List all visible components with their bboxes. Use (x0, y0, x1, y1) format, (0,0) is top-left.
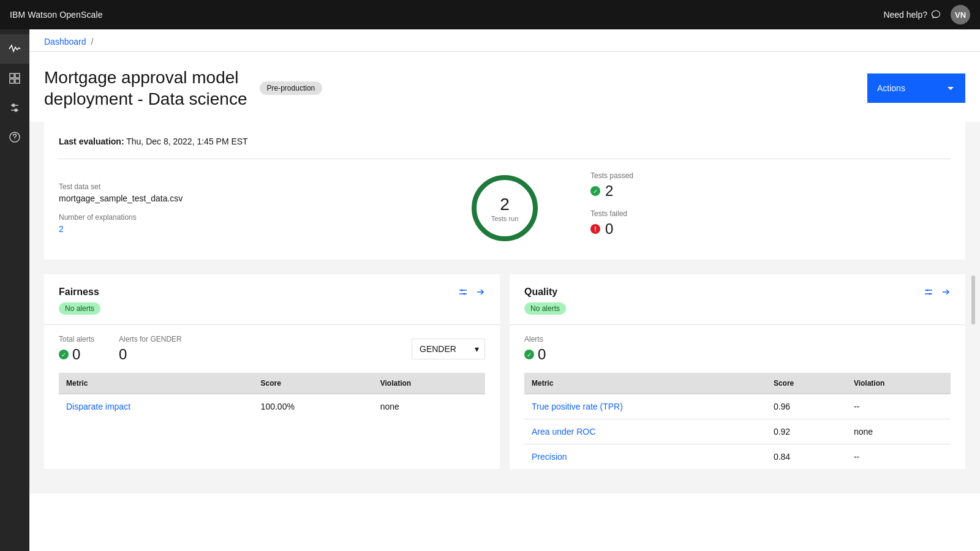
svg-point-9 (15, 140, 15, 140)
total-alerts-value: 0 (59, 346, 94, 363)
chat-icon (931, 10, 941, 20)
quality-violation-precision: -- (846, 444, 951, 470)
cards-row: Fairness (44, 274, 965, 469)
eval-right-section: Tests passed 2 Tests failed 0 (590, 171, 951, 245)
eval-stats-row: Test data set mortgage_sample_test_data.… (59, 171, 951, 245)
donut-chart: 2 Tests run (468, 171, 541, 245)
fairness-card-icons (458, 287, 485, 297)
fairness-col-metric: Metric (59, 373, 254, 394)
top-navigation: IBM Watson OpenScale Need help? VN (0, 0, 980, 29)
svg-point-7 (15, 109, 17, 111)
svg-rect-2 (10, 79, 14, 83)
fairness-col-score: Score (254, 373, 373, 394)
quality-metric-tpr[interactable]: True positive rate (TPR) (524, 394, 766, 419)
quality-card: Quality (510, 274, 965, 469)
pre-production-badge: Pre-production (260, 81, 323, 95)
gender-alerts-label: Alerts for GENDER (119, 335, 182, 343)
activity-icon (9, 43, 21, 55)
user-avatar[interactable]: VN (951, 5, 970, 24)
failed-icon (590, 224, 600, 234)
tests-passed-row: 2 (590, 182, 951, 200)
last-evaluation-text: Last evaluation: Thu, Dec 8, 2022, 1:45 … (59, 137, 951, 146)
fairness-navigate-button[interactable] (475, 287, 485, 297)
scroll-indicator[interactable] (971, 276, 975, 324)
breadcrumb: Dashboard / (44, 37, 965, 47)
svg-point-5 (12, 104, 15, 107)
test-data-label: Test data set (59, 182, 419, 191)
breadcrumb-dashboard[interactable]: Dashboard (44, 37, 86, 47)
sidebar-item-settings[interactable] (0, 93, 29, 122)
tests-run-number: 2 (491, 194, 519, 215)
test-data-value: mortgage_sample_test_data.csv (59, 193, 419, 203)
quality-metrics-table: Metric Score Violation True positive rat… (524, 373, 951, 469)
breadcrumb-area: Dashboard / (29, 29, 980, 52)
sidebar-item-activity[interactable] (0, 34, 29, 64)
quality-table-header-row: Metric Score Violation (524, 373, 951, 394)
quality-alerts-section: Alerts 0 (524, 335, 951, 363)
breadcrumb-separator: / (91, 37, 94, 47)
quality-settings-button[interactable] (924, 287, 933, 297)
fairness-table-header-row: Metric Score Violation (59, 373, 485, 394)
quality-no-alerts-badge: No alerts (524, 302, 566, 315)
help-icon (9, 131, 21, 143)
sliders-icon (458, 287, 468, 297)
svg-point-15 (464, 293, 466, 295)
fairness-col-violation: Violation (373, 373, 485, 394)
eval-left-section: Test data set mortgage_sample_test_data.… (59, 182, 419, 234)
fairness-metric-score: 100.00% (254, 394, 373, 419)
fairness-no-alerts-badge: No alerts (59, 302, 100, 315)
svg-rect-1 (15, 73, 20, 78)
quality-alerts-value: 0 (524, 346, 951, 363)
quality-table-row: Precision 0.84 -- (524, 444, 951, 470)
quality-col-score: Score (766, 373, 846, 394)
quality-alerts-label: Alerts (524, 335, 951, 343)
chevron-down-icon (946, 83, 956, 93)
quality-card-icons (924, 287, 951, 297)
quality-col-metric: Metric (524, 373, 766, 394)
tests-passed-label: Tests passed (590, 171, 951, 180)
tests-failed-row: 0 (590, 220, 951, 238)
actions-button[interactable]: Actions (867, 73, 965, 103)
quality-title: Quality (524, 287, 557, 298)
fairness-stats: Total alerts 0 Alerts for GENDER 0 (59, 335, 485, 363)
tests-passed-count: 2 (605, 182, 613, 200)
quality-col-violation: Violation (846, 373, 951, 394)
quality-violation-tpr: -- (846, 394, 951, 419)
quality-violation-roc: none (846, 419, 951, 444)
donut-center-text: 2 Tests run (491, 194, 519, 223)
quality-navigate-button[interactable] (941, 287, 951, 297)
fairness-metric-name[interactable]: Disparate impact (59, 394, 254, 419)
sidebar-item-dashboard[interactable] (0, 64, 29, 93)
svg-point-18 (927, 290, 929, 291)
content-area: Last evaluation: Thu, Dec 8, 2022, 1:45 … (29, 122, 980, 493)
top-nav-right: Need help? VN (883, 5, 970, 24)
quality-metric-roc[interactable]: Area under ROC (524, 419, 766, 444)
quality-card-header: Quality (524, 287, 951, 298)
total-alerts-block: Total alerts 0 (59, 335, 94, 363)
page-header-left: Mortgage approval model deployment - Dat… (44, 67, 322, 110)
arrow-right-icon (941, 287, 951, 297)
fairness-table-row: Disparate impact 100.00% none (59, 394, 485, 419)
tests-run-label: Tests run (491, 214, 519, 222)
fairness-card: Fairness (44, 274, 500, 469)
eval-divider (59, 159, 951, 159)
quality-table-row: Area under ROC 0.92 none (524, 419, 951, 444)
sidebar-item-help[interactable] (0, 122, 29, 152)
tests-run-donut: 2 Tests run (443, 171, 566, 245)
fairness-settings-button[interactable] (458, 287, 468, 297)
page-header: Mortgage approval model deployment - Dat… (29, 52, 980, 122)
grid-icon (9, 72, 21, 84)
quality-metric-precision[interactable]: Precision (524, 444, 766, 470)
quality-alerts-icon (524, 350, 534, 359)
passed-icon (590, 186, 600, 196)
sliders-icon (9, 102, 21, 114)
fairness-metrics-table: Metric Score Violation Disparate impact … (59, 373, 485, 419)
tests-failed-label: Tests failed (590, 209, 951, 218)
total-alerts-icon (59, 350, 69, 359)
need-help-link[interactable]: Need help? (883, 10, 941, 20)
svg-point-20 (929, 293, 931, 295)
total-alerts-label: Total alerts (59, 335, 94, 343)
gender-select[interactable]: GENDER AGE RACE (412, 339, 485, 359)
num-explanations-value[interactable]: 2 (59, 224, 419, 234)
fairness-card-header: Fairness (59, 287, 485, 298)
